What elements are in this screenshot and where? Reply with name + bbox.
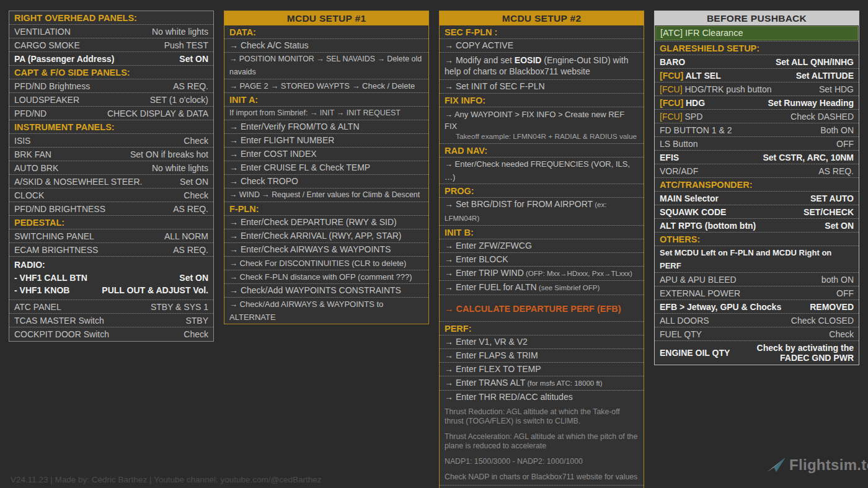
note-text: Check NADP in charts or Blackbox711 webs… bbox=[440, 469, 644, 486]
group-item-label: - VHF1 KNOB bbox=[14, 284, 69, 296]
checklist-line: → COPY ACTIVE bbox=[440, 39, 644, 53]
line-text: → Check/Add WAYPOINTS CONSTRAINTS bbox=[229, 284, 423, 297]
item-label: FUEL QTY bbox=[660, 329, 702, 339]
line-text: → Check A/C Status bbox=[229, 39, 423, 52]
item-value: REMOVED bbox=[810, 302, 854, 312]
checklist-item: SQUAWK CODESET/CHECK bbox=[655, 205, 859, 219]
checklist-line: → Enter FLEX TO TEMP bbox=[440, 363, 644, 376]
checklist-item: APU & APU BLEEDboth ON bbox=[655, 273, 859, 286]
line-note: (ex: LFMN04R) bbox=[445, 201, 606, 222]
checklist-line: → Enter FLAPS & TRIM bbox=[440, 349, 644, 363]
checklist-item: CLOCKCheck bbox=[9, 189, 213, 202]
item-label: ECAM BRIGHTNESS bbox=[14, 245, 98, 255]
section-header: PERF: bbox=[440, 322, 644, 335]
group-title: RADIO: bbox=[14, 259, 208, 272]
checklist-item: ECAM BRIGHTNESSAS REQ. bbox=[9, 243, 213, 257]
item-value: Set ON if breaks hot bbox=[130, 149, 208, 159]
line-text: → PAGE 2 → STORED WAYPTS → Check / Delet… bbox=[229, 79, 423, 92]
checklist-item: A/SKID & NOSEWHEEL STEER.Set ON bbox=[9, 175, 213, 189]
item-value: Check bbox=[829, 329, 854, 339]
checklist-item: TCAS MASTER SwitchSTBY bbox=[9, 314, 213, 327]
line-text: → Enter/Check ARRIVAL (RWY, APP, STAR) bbox=[229, 229, 423, 242]
line-text: → Enter FUEL for ALTN (see Simbrief OFP) bbox=[445, 281, 639, 295]
line-text: → Check For DISCONTINUITIES (CLR to dele… bbox=[229, 257, 423, 270]
item-label: PFD/ND Brightness bbox=[14, 81, 90, 91]
item-value: Check bbox=[184, 329, 208, 339]
item-label: FD BUTTON 1 & 2 bbox=[660, 125, 732, 135]
section-header: INIT B: bbox=[440, 226, 644, 239]
checklist-item: ISISCheck bbox=[9, 134, 213, 148]
line-text: → Modify and set EOSID (Engine-Out SID) … bbox=[445, 55, 639, 77]
checklist-line: → Check/Add WAYPOINTS CONSTRAINTS bbox=[224, 284, 428, 298]
item-value: CHECK DISPLAY & DATA bbox=[107, 109, 208, 118]
section-header: RIGHT OVERHEAD PANELS: bbox=[9, 11, 213, 25]
panel-right-overhead-panels: RIGHT OVERHEAD PANELS:VENTILATIONNo whit… bbox=[9, 11, 214, 342]
line-part: EOSID bbox=[515, 55, 542, 65]
checklist-line: → Enter TRANS ALT (for msfs ATC: 18000 f… bbox=[440, 376, 644, 391]
checklist-line: → Enter THR RED/ACC altitudes bbox=[440, 391, 644, 404]
panel-rows: [ATC] IFR ClearanceGLARESHIELD SETUP:BAR… bbox=[655, 25, 859, 365]
line-text: → COPY ACTIVE bbox=[445, 39, 639, 52]
radio-group: RADIO:- VHF1 CALL BTNSet ON- VHF1 KNOBPU… bbox=[9, 257, 213, 300]
checklist-item: VENTILATIONNo white lights bbox=[9, 25, 213, 38]
checklist-line: → Enter/Check AIRWAYS & WAYPOINTS bbox=[224, 243, 428, 257]
checklist-item: EXTERNAL POWEROFF bbox=[655, 286, 859, 300]
line-text: → Enter/Verify FROM/TO & ALTN bbox=[229, 120, 423, 133]
checklist-item: LS ButtonOFF bbox=[655, 137, 859, 151]
line-text: → Enter TRANS ALT (for msfs ATC: 18000 f… bbox=[445, 376, 639, 390]
checklist-line: → Check TROPO bbox=[224, 175, 428, 189]
group-item: - VHF1 KNOBPULL OUT & ADJUST Vol. bbox=[14, 284, 208, 296]
checklist-line: → Set BRG/DIST for FROM AIRPORT (ex: LFM… bbox=[440, 198, 644, 226]
checklist-item: EFISSet CSTR, ARC, 10NM bbox=[655, 151, 859, 164]
checklist-line: If import from Simbrief: → INIT → INIT R… bbox=[224, 107, 428, 120]
item-value: both ON bbox=[822, 275, 854, 285]
fcu-tag: [FCU] bbox=[660, 98, 686, 108]
section-header: GLARESHIELD SETUP: bbox=[655, 42, 859, 55]
checklist-item: FD BUTTON 1 & 2Both ON bbox=[655, 123, 859, 137]
checklist-item: PFD/ND BrightnessAS REQ. bbox=[9, 79, 213, 93]
item-label: APU & APU BLEED bbox=[660, 275, 737, 285]
note-text: NADP1: 1500/3000 - NADP2: 1000/1000 bbox=[440, 454, 644, 469]
line-note: (for msfs ATC: 18000 ft) bbox=[525, 379, 602, 387]
panel-title: MCDU SETUP #1 bbox=[224, 11, 428, 25]
section-header: ATC/TRANSPONDER: bbox=[655, 178, 859, 192]
checklist-line: → Enter/Check needed FREQUENCIES (VOR, I… bbox=[440, 157, 644, 184]
checklist-item: PFD/ND BRIGHTNESSAS REQ. bbox=[9, 202, 213, 216]
checklist-item: COCKPIT DOOR SwitchCheck bbox=[9, 327, 213, 341]
fcu-tag: [FCU] bbox=[660, 84, 684, 94]
line-text: → Check/Add AIRWAYS & WAYPOINTS to ALTER… bbox=[229, 298, 423, 324]
line-text: → Set INIT of SEC F-PLN bbox=[445, 80, 639, 93]
item-value: No white lights bbox=[152, 27, 208, 37]
checklist-line: → Enter TRIP WIND (OFP: Mxx→HDxxx, Pxx→T… bbox=[440, 267, 644, 281]
logo-text: Flightsim.to bbox=[789, 456, 868, 474]
line-text: → WIND → Request / Enter values for Clim… bbox=[229, 189, 423, 202]
item-label: CARGO SMOKE bbox=[14, 40, 80, 50]
line-text: → Enter FLIGHT NUMBER bbox=[229, 134, 423, 147]
line-text: → Enter COST INDEX bbox=[229, 148, 423, 161]
item-label: AUTO BRK bbox=[14, 163, 58, 173]
group-item-label: - VHF1 CALL BTN bbox=[14, 272, 87, 284]
panel-mcdu-setup-1: MCDU SETUP #1 DATA:→ Check A/C Status→ P… bbox=[224, 11, 429, 324]
checklist-line: → Any WAYPOINT > FIX INFO > Create new R… bbox=[440, 107, 644, 144]
checklist-item: EFB > Jetway, GPU & ChocksREMOVED bbox=[655, 300, 859, 314]
line-text: If import from Simbrief: → INIT → INIT R… bbox=[229, 107, 423, 120]
checklist-item: MAIN SelectorSET AUTO bbox=[655, 192, 859, 205]
section-header: F-PLN: bbox=[224, 202, 428, 216]
checklist-line: → Enter FUEL for ALTN (see Simbrief OFP) bbox=[440, 281, 644, 295]
checklist-line: Set MCDU Left on F-PLN and MCDU Right on… bbox=[655, 246, 859, 273]
flightsim-logo: Flightsim.to bbox=[766, 456, 868, 474]
checklist-line: → Enter CRUISE FL & Check TEMP bbox=[224, 161, 428, 175]
item-label: [FCU] SPD bbox=[660, 112, 702, 122]
item-label: LS Button bbox=[660, 139, 698, 149]
checklist-line: → PAGE 2 → STORED WAYPTS → Check / Delet… bbox=[224, 79, 428, 93]
line-text: → Enter FLAPS & TRIM bbox=[445, 349, 639, 362]
checklist-line: → Enter/Check ARRIVAL (RWY, APP, STAR) bbox=[224, 229, 428, 243]
checklist-line: → Check For DISCONTINUITIES (CLR to dele… bbox=[224, 257, 428, 270]
checklist-item: FUEL QTYCheck bbox=[655, 327, 859, 341]
item-value: AS REQ. bbox=[173, 204, 208, 214]
item-label: SQUAWK CODE bbox=[660, 207, 726, 217]
line-text: → Set BRG/DIST for FROM AIRPORT (ex: LFM… bbox=[445, 198, 639, 225]
item-label: SWITCHING PANEL bbox=[14, 231, 94, 241]
item-label: EFB > Jetway, GPU & Chocks bbox=[660, 302, 781, 312]
item-label: ISIS bbox=[14, 136, 30, 146]
